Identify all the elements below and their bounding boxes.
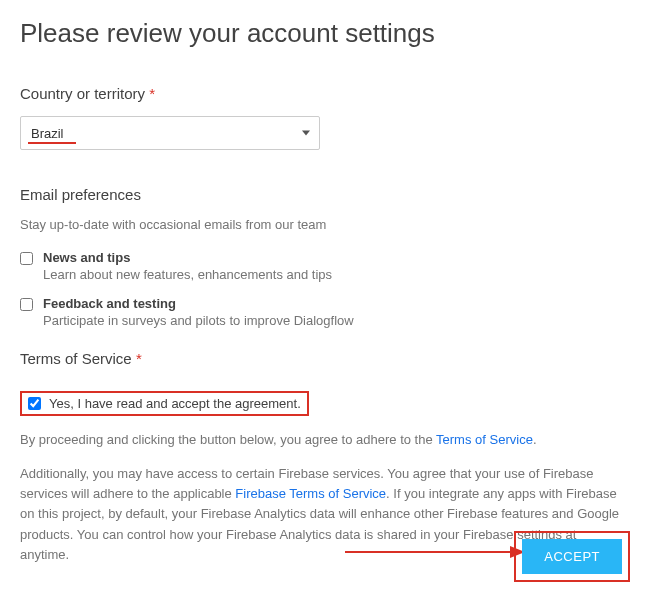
country-label: Country or territory *	[20, 85, 628, 102]
email-option-news: News and tips Learn about new features, …	[20, 250, 628, 282]
tos-para1-prefix: By proceeding and clicking the button be…	[20, 432, 436, 447]
accept-highlight-box: ACCEPT	[514, 531, 630, 582]
news-checkbox[interactable]	[20, 252, 33, 265]
arrow-icon	[345, 542, 525, 562]
tos-agree-checkbox[interactable]	[28, 397, 41, 410]
tos-agree-label: Yes, I have read and accept the agreemen…	[49, 396, 301, 411]
page-title: Please review your account settings	[20, 18, 628, 49]
tos-para1-suffix: .	[533, 432, 537, 447]
tos-agree-row: Yes, I have read and accept the agreemen…	[20, 391, 309, 416]
news-title: News and tips	[43, 250, 332, 265]
country-select-value: Brazil	[31, 126, 64, 141]
feedback-checkbox[interactable]	[20, 298, 33, 311]
highlight-underline	[28, 142, 76, 144]
email-heading: Email preferences	[20, 186, 628, 203]
country-select[interactable]: Brazil	[20, 116, 320, 150]
accept-button[interactable]: ACCEPT	[522, 539, 622, 574]
email-option-feedback: Feedback and testing Participate in surv…	[20, 296, 628, 328]
feedback-desc: Participate in surveys and pilots to imp…	[43, 313, 354, 328]
country-label-text: Country or territory	[20, 85, 145, 102]
feedback-title: Feedback and testing	[43, 296, 354, 311]
tos-paragraph-1: By proceeding and clicking the button be…	[20, 430, 628, 450]
terms-of-service-link[interactable]: Terms of Service	[436, 432, 533, 447]
email-subtext: Stay up-to-date with occasional emails f…	[20, 217, 628, 232]
firebase-terms-link[interactable]: Firebase Terms of Service	[235, 486, 386, 501]
required-marker: *	[136, 350, 142, 367]
required-marker: *	[149, 85, 155, 102]
tos-heading: Terms of Service *	[20, 350, 628, 367]
tos-heading-text: Terms of Service	[20, 350, 132, 367]
chevron-down-icon	[302, 131, 310, 136]
news-desc: Learn about new features, enhancements a…	[43, 267, 332, 282]
